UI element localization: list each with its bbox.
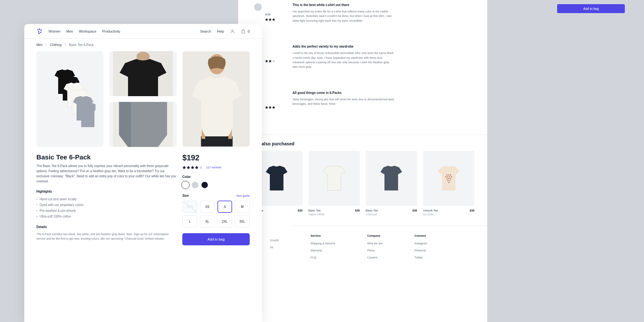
gallery-image-4[interactable] [183,51,250,147]
also-item[interactable]: Basic Tee$35 Charcoal [366,151,417,216]
product-info-row: Basic Tee 6-Pack The Basic Tee 6-Pack al… [24,147,262,245]
footer-link[interactable]: ccount [270,239,279,242]
gallery-image-3[interactable] [109,102,177,147]
nav-productivity[interactable]: Productivity [102,29,120,33]
svg-point-17 [40,32,41,33]
size-xl[interactable]: XL [200,215,215,227]
svg-point-10 [447,180,448,181]
user-icon[interactable] [230,29,235,34]
size-grid: XXS XS S M L XL 2XL 3XL [182,201,250,227]
footer-heading: Company [367,234,383,237]
size-row: Size Size guide [182,194,250,197]
svg-rect-25 [201,136,232,147]
svg-point-6 [451,176,452,178]
search-link[interactable]: Search [200,29,211,33]
footer-column: ccount ns [270,234,279,263]
product-page-window: Women Men Workspace Productivity Search … [24,24,262,322]
review-title: This is the best white t-shirt out there [292,3,474,7]
size-guide-link[interactable]: Size guide [236,194,250,197]
size-2xl[interactable]: 2XL [217,215,232,227]
svg-point-19 [231,29,233,31]
footer-link[interactable]: FAQ [311,256,336,259]
size-3xl[interactable]: 3XL [235,215,250,227]
svg-point-3 [445,176,447,178]
footer-link[interactable]: Shipping & Returns [311,242,336,245]
rating-row: 117 reviews [182,165,250,169]
also-price: $35 [412,209,417,212]
svg-point-13 [37,29,39,30]
product-thumbnail[interactable] [308,151,360,206]
also-name: Basic Tee [366,209,378,212]
brand-logo-icon[interactable] [36,28,43,34]
nav-workspace[interactable]: Workspace [79,29,96,33]
swatch-white[interactable] [182,182,189,188]
add-to-bag-button[interactable]: Add to bag [182,233,250,245]
review-stars [265,59,275,63]
breadcrumb-separator-icon: \ [46,43,47,47]
size-m[interactable]: M [235,201,250,213]
also-price: $35 [355,209,360,212]
also-name: Artwork Tee [423,209,438,212]
rating-stars [182,165,203,169]
also-variant: Iso Dots [423,213,475,216]
product-thumbnail[interactable] [366,151,417,206]
size-l[interactable]: L [182,215,197,227]
highlight-item: Hand cut and sewn locally [36,196,177,202]
size-label: Size [182,194,189,197]
product-description: The Basic Tee 6-Pack allows you to fully… [36,164,177,184]
nav-men[interactable]: Men [66,29,73,33]
svg-point-2 [450,174,451,176]
svg-point-16 [38,31,39,32]
also-variant: Charcoal [366,213,417,216]
details-text: The 6-Pack includes two black, two white… [36,232,177,241]
also-price: $35 [298,209,302,212]
footer-heading: Service [311,234,336,237]
footer-link[interactable]: Warranty [311,249,336,252]
highlights-heading: Highlights [36,190,177,193]
product-price: $192 [182,153,250,162]
gallery-image-1[interactable] [36,51,103,147]
add-to-bag-sticky-button[interactable]: Add to bag [557,4,625,13]
footer-link[interactable]: Pinterest [414,249,427,252]
review-item: All good things come in 6-Packs Tasty be… [251,91,474,119]
product-purchase-panel: $192 117 reviews Color Size Size [182,153,250,245]
also-variant: Aspen White [308,213,360,216]
footer-link[interactable]: Twitter [414,256,427,259]
footer-link[interactable]: Who we are [367,242,383,245]
highlights-section: Highlights Hand cut and sewn locally Dye… [36,190,177,219]
review-title: All good things come in 6-Packs [292,91,474,95]
review-body: I've searched my entire life for a t-shi… [292,9,395,23]
bag-icon [241,29,246,34]
help-link[interactable]: Help [217,29,224,33]
product-thumbnail[interactable] [423,151,475,206]
footer-heading: Connect [414,234,427,237]
breadcrumb-clothing[interactable]: Clothing [50,43,62,47]
also-item[interactable]: Basic Tee$35 Aspen White [308,151,360,216]
swatch-black[interactable] [201,182,208,188]
review-item: ards This is the best white t-shirt out … [251,3,474,35]
footer-link[interactable]: Careers [367,256,383,259]
svg-point-0 [446,174,447,176]
gallery-image-2[interactable] [109,51,177,96]
size-s[interactable]: S [217,201,232,213]
also-price: $35 [470,209,474,212]
nav-left: Women Men Workspace Productivity [36,28,120,34]
cart-button[interactable]: 0 [241,29,250,34]
svg-point-14 [39,28,40,30]
swatch-gray[interactable] [192,182,198,188]
breadcrumb: Men \ Clothing \ Basic Tee 6-Pack [24,39,262,51]
reviews-link[interactable]: 117 reviews [206,166,221,169]
review-stars [265,18,275,21]
svg-point-12 [448,182,449,183]
product-page-continuation: ards This is the best white t-shirt out … [238,0,487,322]
svg-point-4 [447,176,448,178]
footer-link[interactable]: Instagram [414,242,427,245]
nav-women[interactable]: Women [49,29,61,33]
highlight-item: Dyed with our propietary colors [36,202,177,208]
also-item[interactable]: Artwork Tee$35 Iso Dots [423,151,475,216]
breadcrumb-men[interactable]: Men [36,43,42,47]
footer-link[interactable]: ns [270,246,279,249]
footer-link[interactable]: Press [367,249,383,252]
details-heading: Details [36,225,177,229]
size-xs[interactable]: XS [200,201,215,213]
